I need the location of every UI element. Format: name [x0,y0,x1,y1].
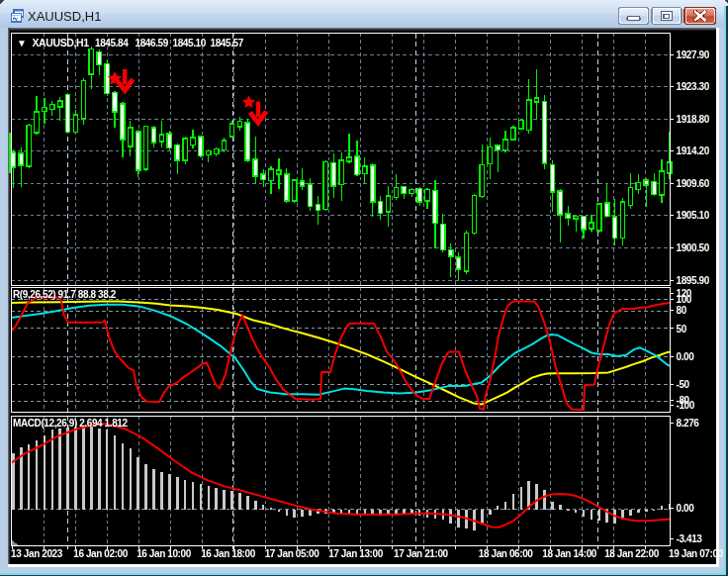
svg-text:1909.60: 1909.60 [677,178,710,189]
svg-text:MACD(12,26,9) 2.694 1.812: MACD(12,26,9) 2.694 1.812 [13,418,128,429]
svg-text:17 Jan 05:00: 17 Jan 05:00 [265,548,320,559]
svg-text:1845.84: 1845.84 [95,38,129,48]
svg-text:16 Jan 18:00: 16 Jan 18:00 [201,548,256,559]
svg-text:-100: -100 [677,400,695,411]
svg-text:13 Jan 2023: 13 Jan 2023 [11,548,63,559]
svg-text:1918.80: 1918.80 [677,114,710,125]
svg-text:▼: ▼ [17,38,27,48]
svg-text:-50: -50 [677,379,690,390]
svg-text:0.00: 0.00 [677,503,695,514]
svg-text:R(9,26,52) 91.7 88.8 38.2: R(9,26,52) 91.7 88.8 38.2 [13,289,117,300]
svg-text:16 Jan 10:00: 16 Jan 10:00 [136,548,192,559]
svg-text:1845.57: 1845.57 [211,38,244,48]
svg-text:17 Jan 13:00: 17 Jan 13:00 [328,548,384,559]
svg-text:16 Jan 02:00: 16 Jan 02:00 [73,548,129,559]
svg-text:19 Jan 07:00: 19 Jan 07:00 [669,548,724,559]
svg-text:1846.59: 1846.59 [136,38,169,48]
svg-text:18 Jan 14:00: 18 Jan 14:00 [542,548,597,559]
svg-text:80: 80 [677,305,687,316]
svg-text:XAUUSD,H1: XAUUSD,H1 [28,9,101,24]
svg-text:0.00: 0.00 [677,351,695,362]
svg-text:18 Jan 22:00: 18 Jan 22:00 [604,548,660,559]
svg-text:1905.10: 1905.10 [677,210,710,221]
svg-text:50: 50 [677,324,687,335]
svg-text:8.276: 8.276 [677,418,700,429]
svg-text:17 Jan 21:00: 17 Jan 21:00 [394,548,449,559]
svg-text:1927.90: 1927.90 [677,49,710,60]
svg-text:1923.30: 1923.30 [677,81,710,92]
svg-text:1845.10: 1845.10 [173,38,207,48]
svg-text:1914.20: 1914.20 [677,145,710,156]
svg-text:1895.90: 1895.90 [677,275,710,286]
svg-text:1900.50: 1900.50 [677,242,710,253]
svg-text:XAUUSD,H1: XAUUSD,H1 [33,37,90,48]
svg-text:-3.413: -3.413 [677,533,703,544]
svg-text:18 Jan 06:00: 18 Jan 06:00 [479,548,534,559]
